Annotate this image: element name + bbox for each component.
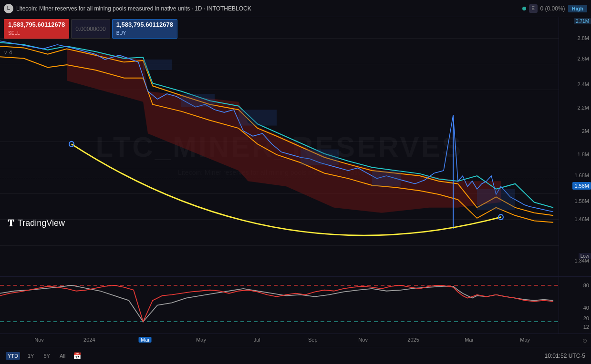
main-svg [0,17,559,276]
y-label-168m: 1.68M [574,172,589,178]
chart-main[interactable]: LTC_MINER_RESERVES Litecoin: Miner reser… [0,17,559,276]
bottom-left: YTD 1Y 5Y All 📅 [6,352,81,360]
x-label-jul: Jul [254,337,260,343]
zero-box: 0.00000000 [71,19,110,39]
y-label-2m: 2M [582,128,589,134]
timestamp: 10:01:52 UTC-5 [545,353,585,359]
y-label-146m: 1.46M [574,216,589,222]
y-label-24m: 2.4M [578,81,589,87]
ind-y-80: 80 [583,283,589,288]
step6 [477,189,515,210]
ind-y-20: 20 [583,315,589,321]
tradingview-logo: 𝐓 TradingView [8,218,65,229]
high-badge: High [568,5,587,12]
x-axis-inner: Nov 2024 Mar May Jul Sep Nov 2025 Mar Ma… [0,334,559,347]
zero-value: 0.00000000 [75,26,105,32]
ltc-icon: L [4,4,13,13]
sell-value: 1,583,795.60112678 [8,21,65,28]
step1 [143,60,172,70]
ytd-button[interactable]: YTD [6,352,20,360]
sell-buy-row: 1,583,795.60112678 SELL 0.00000000 1,583… [0,17,181,40]
bear-zone [67,49,501,213]
y-current-price: 1.58M [572,182,591,190]
x-label-nov: Nov [34,337,44,343]
chart-container: L Litecoin: Miner reserves for all minin… [0,0,591,364]
ind-y-40: 40 [583,305,589,311]
y-label-134m: 1.34M [574,258,589,263]
y-axis: 2.71M 2.8M 2.6M 2.4M 2.2M 2M 1.8M 1.68M … [559,17,591,276]
legend-number: 4 [9,50,12,55]
ind-y-12: 12 [583,324,589,330]
indicator-svg [0,277,559,334]
indicator-panel: 80 40 20 12 [0,276,591,334]
x-label-mar2: Mar [465,337,474,343]
e-badge: E [529,4,538,13]
change-value: 0 (0.00%) [540,5,565,12]
legend-chevron: ∨ [4,50,7,55]
buy-label: BUY [116,30,126,36]
x-label-2025: 2025 [407,337,419,343]
x-label-2024: 2024 [83,337,95,343]
sell-box: 1,583,795.60112678 SELL [4,19,69,39]
target-icon[interactable]: ⊙ [582,337,587,344]
sell-label: SELL [8,30,20,36]
calendar-icon[interactable]: 📅 [73,352,81,360]
step2 [181,94,215,107]
x-label-may: May [196,337,206,343]
tv-icon: 𝐓 [8,218,14,229]
y-label-18m: 1.8M [578,152,589,157]
x-axis: Nov 2024 Mar May Jul Sep Nov 2025 Mar Ma… [0,334,591,347]
x-label-sep: Sep [308,337,318,343]
buy-value: 1,583,795.60112678 [116,21,173,28]
main-chart-area: LTC_MINER_RESERVES Litecoin: Miner reser… [0,17,591,276]
y-label-28m: 2.8M [578,35,589,41]
indicator-y-axis: 80 40 20 12 [559,277,591,334]
buy-box: 1,583,795.60112678 BUY [112,19,177,39]
indicator-chart[interactable] [0,277,559,334]
y-label-158m: 1.58M [574,198,589,204]
bottom-bar: YTD 1Y 5Y All 📅 10:01:52 UTC-5 [0,347,591,364]
y-high-label: 2.71M [574,18,591,24]
tv-text: TradingView [18,218,65,228]
all-button[interactable]: All [58,352,67,360]
5y-button[interactable]: 5Y [41,352,52,360]
indicator-legend: ∨ 4 [4,50,12,55]
step5 [372,171,401,186]
live-dot [522,7,526,10]
header-bar: L Litecoin: Miner reserves for all minin… [0,0,591,17]
x-label-nov2: Nov [358,337,368,343]
step4 [301,150,339,165]
y-label-26m: 2.6M [578,56,589,61]
x-label-mar: Mar [139,337,152,343]
step3 [238,110,277,125]
1y-button[interactable]: 1Y [26,352,36,360]
x-label-may2: May [520,337,530,343]
y-label-22m: 2.2M [578,105,589,111]
chart-title: Litecoin: Miner reserves for all mining … [16,5,519,12]
